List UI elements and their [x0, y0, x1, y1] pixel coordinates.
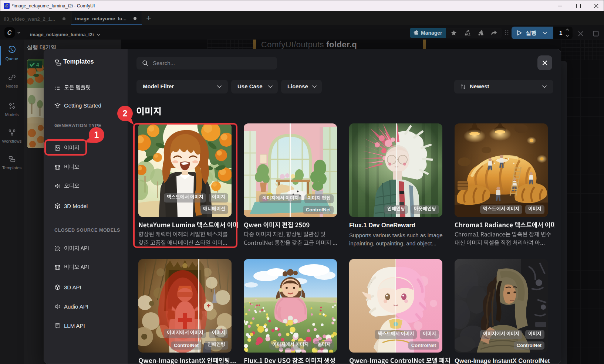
svg-text:C: C: [7, 29, 12, 36]
svg-text:2: 2: [123, 109, 128, 118]
svg-text:1: 1: [94, 130, 99, 140]
svg-text:C: C: [5, 4, 9, 8]
